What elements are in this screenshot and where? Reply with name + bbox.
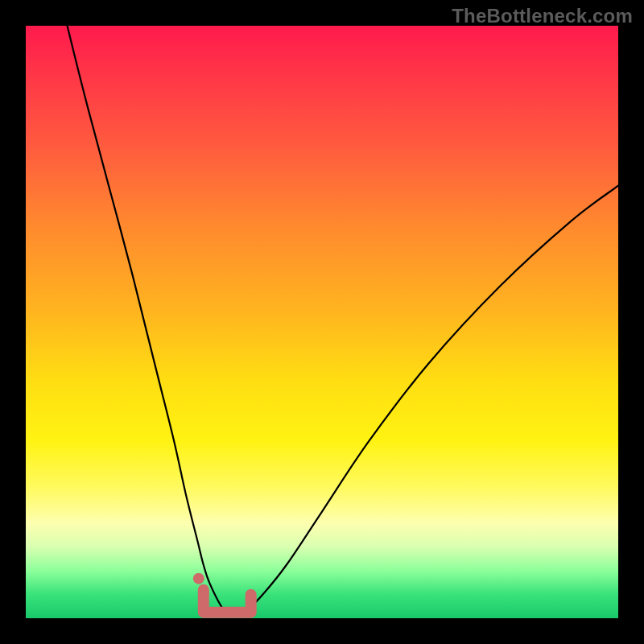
minimum-marker (204, 590, 251, 613)
curve-path (68, 26, 618, 613)
chart-stage: TheBottleneck.com (0, 0, 644, 644)
bottleneck-curve (26, 26, 618, 618)
minimum-marker-dot (193, 573, 204, 584)
plot-area (26, 26, 618, 618)
watermark-text: TheBottleneck.com (452, 5, 633, 27)
